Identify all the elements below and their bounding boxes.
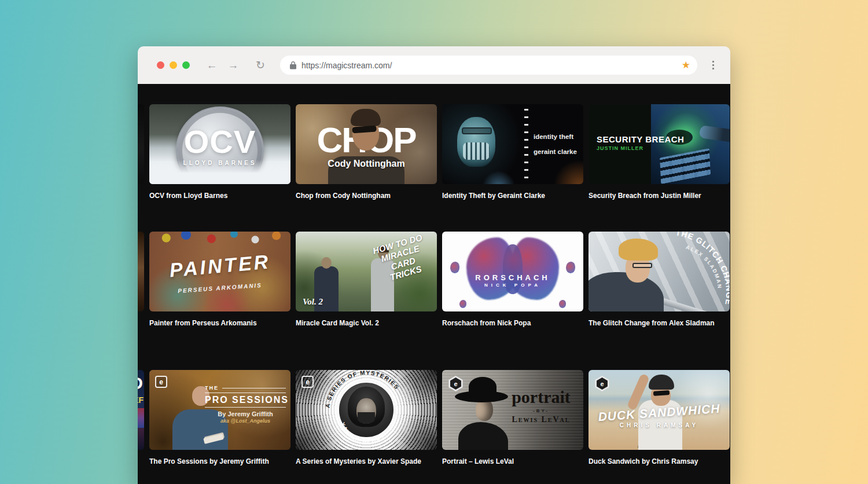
thumb-subtitle: XAVIER SPADE <box>339 421 386 444</box>
thumbnail-glitch-change[interactable]: THE GLITCH CHANGE ALEX SLADMAN <box>589 232 730 311</box>
thumb-subtitle: Lewis LeVal <box>502 415 580 424</box>
person-art <box>351 109 381 126</box>
thumbnail-partial[interactable]: D EF <box>138 370 144 450</box>
glasses-art <box>462 127 492 134</box>
video-caption[interactable]: Identity Theft by Geraint Clarke <box>442 192 583 200</box>
cap-art <box>649 375 674 390</box>
thumb-handle: aka @Lost_Angelus <box>205 418 286 424</box>
window-controls <box>157 61 190 69</box>
thumb-subtitle: CHRIS RAMSAY <box>589 422 730 428</box>
thumbnail-identity-theft[interactable]: identity theft geraint clarke <box>442 104 583 184</box>
address-bar[interactable]: ★ <box>280 56 697 75</box>
thumb-title: D <box>138 373 143 393</box>
video-row-3: D EF e THE PRO SESSIONS By Jeremy Griffi… <box>138 370 730 465</box>
thumbnail-miracle-card[interactable]: HOW TO DO MIRACLE CARD TRICKS Vol. 2 <box>296 232 437 311</box>
list-item-miracle-card[interactable]: HOW TO DO MIRACLE CARD TRICKS Vol. 2 Mir… <box>296 232 437 327</box>
svg-text:THE GLITCH CHANGE: THE GLITCH CHANGE <box>675 232 730 306</box>
ellusionist-logo-icon: e <box>448 376 464 391</box>
person-art <box>321 257 332 269</box>
thumb-title: HOW TO DO MIRACLE CARD TRICKS <box>366 232 437 287</box>
magicstream-page: OCV LLOYD BARNES OCV from Lloyd Barnes C… <box>138 84 730 484</box>
thumb-byline: By Jeremy Griffith <box>205 410 286 417</box>
thumb-subtitle: LLOYD BARNES <box>149 160 290 166</box>
thumb-subtitle: geraint clarke <box>534 148 577 155</box>
thumb-title: RORSCHACH <box>442 273 583 282</box>
video-caption[interactable]: The Glitch Change from Alex Sladman <box>589 319 730 327</box>
url-input[interactable] <box>301 61 682 70</box>
list-item-identity-theft[interactable]: identity theft geraint clarke Identity T… <box>442 104 583 200</box>
video-caption[interactable]: Security Breach from Justin Miller <box>589 192 730 200</box>
bookmark-star-icon[interactable]: ★ <box>682 60 690 70</box>
thumb-subtitle: Cody Nottingham <box>296 159 437 169</box>
inkblot-art <box>559 300 566 308</box>
thumbnail-portrait[interactable]: e portrait -BY- Lewis LeVal <box>442 370 583 450</box>
thumb-title: OCV <box>149 123 290 160</box>
list-item-glitch-change[interactable]: THE GLITCH CHANGE ALEX SLADMAN The Glitc… <box>589 232 730 327</box>
list-item-portrait[interactable]: e portrait -BY- Lewis LeVal Portrait – L… <box>442 370 583 465</box>
video-caption[interactable]: Rorschach from Nick Popa <box>442 319 583 327</box>
volume-label: Vol. 2 <box>303 297 323 307</box>
thumbnail-painter[interactable]: PAINTER PERSEUS ARKOMANIS <box>149 232 290 311</box>
thumb-text-block: THE PRO SESSIONS By Jeremy Griffith aka … <box>205 385 286 424</box>
thumb-title: THE GLITCH CHANGE <box>675 232 730 306</box>
thumbnail-series-of-mysteries[interactable]: e A SERIES OF MYSTERIES XAVIER SPADE <box>296 370 437 450</box>
video-caption[interactable]: Portrait – Lewis LeVal <box>442 457 583 465</box>
maximize-window-button[interactable] <box>182 61 190 69</box>
thumb-subtitle: EF <box>138 395 144 405</box>
browser-chrome: ← → ↻ ★ <box>138 46 730 84</box>
thumb-subtitle: JUSTIN MILLER <box>597 145 643 151</box>
list-item-offscreen[interactable]: D EF <box>138 370 144 465</box>
video-caption[interactable]: Miracle Card Magic Vol. 2 <box>296 319 437 327</box>
svg-text:A SERIES OF MYSTERIES: A SERIES OF MYSTERIES <box>324 370 400 408</box>
thumb-title: A SERIES OF MYSTERIES <box>324 370 400 408</box>
video-caption[interactable]: OCV from Lloyd Barnes <box>149 192 290 200</box>
list-item-security-breach[interactable]: SECURITY BREACH JUSTIN MILLER Security B… <box>589 104 730 200</box>
ellusionist-logo-icon: e <box>155 376 167 388</box>
list-item-chop[interactable]: CHOP Cody Nottingham Chop from Cody Nott… <box>296 104 437 200</box>
inkblot-art <box>450 262 459 273</box>
list-item-duck-sandwich[interactable]: e DUCK SANDWHICH CHRIS RAMSAY Duck Sandw… <box>589 370 730 465</box>
video-caption[interactable]: Duck Sandwich by Chris Ramsay <box>589 457 730 465</box>
thumbnail-partial[interactable] <box>138 232 144 311</box>
thumb-title: portrait <box>502 387 580 407</box>
ellusionist-logo-icon: e <box>594 376 610 391</box>
forward-icon[interactable]: → <box>226 60 240 71</box>
thumb-title: PRO SESSIONS <box>205 393 286 408</box>
thumb-subtitle: NICK POPA <box>442 283 583 288</box>
hat-art <box>469 377 496 397</box>
video-caption[interactable]: The Pro Sessions by Jeremy Griffith <box>149 457 290 465</box>
person-art <box>458 422 508 450</box>
video-caption[interactable]: A Series of Mysteries by Xavier Spade <box>296 457 437 465</box>
thumb-title: SECURITY BREACH <box>597 134 684 144</box>
poster-art <box>138 408 144 428</box>
thumb-kicker: THE <box>205 385 219 391</box>
skull-mask-art <box>463 142 490 160</box>
list-item-offscreen[interactable] <box>138 104 144 200</box>
thumbnail-security-breach[interactable]: SECURITY BREACH JUSTIN MILLER <box>589 104 730 184</box>
close-window-button[interactable] <box>157 61 164 69</box>
list-item-series-of-mysteries[interactable]: e A SERIES OF MYSTERIES XAVIER SPADE <box>296 370 437 465</box>
minimize-window-button[interactable] <box>170 61 177 69</box>
browser-window: ← → ↻ ★ OCV LLOYD <box>138 46 730 484</box>
thumbnail-ocv[interactable]: OCV LLOYD BARNES <box>149 104 290 184</box>
list-item-ocv[interactable]: OCV LLOYD BARNES OCV from Lloyd Barnes <box>149 104 290 200</box>
video-caption[interactable]: Painter from Perseus Arkomanis <box>149 319 290 327</box>
list-item-pro-sessions[interactable]: e THE PRO SESSIONS By Jeremy Griffith ak… <box>149 370 290 465</box>
browser-menu-icon[interactable] <box>712 61 714 69</box>
video-caption[interactable]: Chop from Cody Nottingham <box>296 192 437 200</box>
list-item-offscreen[interactable] <box>138 232 144 327</box>
thumbnail-rorschach[interactable]: RORSCHACH NICK POPA <box>442 232 583 311</box>
inkblot-art <box>459 300 466 308</box>
inkblot-art <box>566 262 575 273</box>
svg-text:XAVIER SPADE: XAVIER SPADE <box>339 421 386 444</box>
video-row-1: OCV LLOYD BARNES OCV from Lloyd Barnes C… <box>138 104 730 200</box>
thumbnail-partial[interactable] <box>138 104 144 184</box>
list-item-painter[interactable]: PAINTER PERSEUS ARKOMANIS Painter from P… <box>149 232 290 327</box>
list-item-rorschach[interactable]: RORSCHACH NICK POPA Rorschach from Nick … <box>442 232 583 327</box>
dashed-line-art <box>524 109 528 178</box>
back-icon[interactable]: ← <box>205 60 219 71</box>
thumbnail-duck-sandwich[interactable]: e DUCK SANDWHICH CHRIS RAMSAY <box>589 370 730 450</box>
reload-icon[interactable]: ↻ <box>253 60 267 71</box>
thumbnail-chop[interactable]: CHOP Cody Nottingham <box>296 104 437 184</box>
thumbnail-pro-sessions[interactable]: e THE PRO SESSIONS By Jeremy Griffith ak… <box>149 370 290 450</box>
